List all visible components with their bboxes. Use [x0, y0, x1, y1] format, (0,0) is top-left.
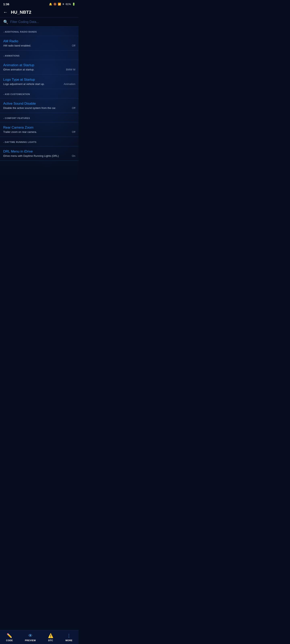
setting-item-active-sound[interactable]: Active Sound Disable Disable the active … [0, 98, 79, 113]
setting-name-am-radio: AM Radio [3, 39, 75, 43]
setting-name-rear-camera: Rear Camera Zoom [3, 126, 75, 130]
back-button[interactable]: ← [3, 10, 8, 15]
content: - ADDITIONAL RADIO BANDS AM Radio AM rad… [0, 26, 79, 185]
status-icons: 🔔 🔕 📶 ✈ 61% 🔋 [49, 2, 75, 6]
setting-desc-am-radio: AM radio band enabled. [3, 44, 70, 47]
search-icon: 🔍 [3, 20, 8, 24]
setting-item-am-radio[interactable]: AM Radio AM radio band enabled. Off [0, 36, 79, 50]
section-header-text-drl: - DAYTIME RUNNING LIGHTS [3, 141, 37, 143]
setting-name-logo-type-startup: Logo Type at Startup [3, 78, 75, 82]
setting-row-animation-startup: iDrive animation at startup. BMW M [3, 68, 75, 71]
setting-value-am-radio: Off [72, 44, 75, 47]
setting-item-rear-camera[interactable]: Rear Camera Zoom Trailer zoom on rear ca… [0, 122, 79, 137]
section-header-text-comfort: - COMFORT FEATURES [3, 117, 30, 119]
battery-icon: 🔋 [72, 2, 75, 6]
setting-item-drl-menu[interactable]: DRL Menu in iDrive iDrive menu with Dayt… [0, 146, 79, 161]
page-title: HU_NBT2 [11, 10, 31, 15]
status-bar: 1:36 🔔 🔕 📶 ✈ 61% 🔋 [0, 0, 79, 7]
section-header-comfort: - COMFORT FEATURES [0, 113, 79, 122]
setting-name-animation-startup: Animation at Startup [3, 63, 75, 67]
alarm-icon: 🔔 [49, 2, 52, 6]
setting-desc-active-sound: Disable the active sound system from the… [3, 106, 70, 110]
header: ← HU_NBT2 [0, 7, 79, 18]
setting-row-am-radio: AM radio band enabled. Off [3, 44, 75, 47]
setting-desc-drl-menu: iDrive menu with Daytime Running Lights … [3, 154, 70, 158]
airplane-icon: ✈ [62, 2, 65, 6]
setting-row-drl-menu: iDrive menu with Daytime Running Lights … [3, 154, 75, 158]
setting-value-drl-menu: On [72, 154, 75, 158]
section-header-text: - ADDITIONAL RADIO BANDS [3, 30, 37, 33]
setting-value-animation-startup: BMW M [66, 68, 75, 71]
section-header-additional-radio-bands: - ADDITIONAL RADIO BANDS [0, 26, 79, 36]
status-time: 1:36 [3, 2, 9, 6]
setting-value-active-sound: Off [72, 106, 75, 110]
battery-percent: 61% [66, 2, 71, 6]
setting-desc-rear-camera: Trailer zoom on rear camera. [3, 130, 70, 134]
setting-name-active-sound: Active Sound Disable [3, 102, 75, 106]
search-container: 🔍 [0, 18, 79, 26]
setting-item-logo-type-startup[interactable]: Logo Type at Startup Logo adjustment at … [0, 74, 79, 89]
setting-row-rear-camera: Trailer zoom on rear camera. Off [3, 130, 75, 134]
setting-desc-logo-type-startup: Logo adjustment at vehicle start up. [3, 82, 62, 86]
section-header-drl: - DAYTIME RUNNING LIGHTS [0, 137, 79, 146]
section-header-asd: - ASD CUSTOMIZATION [0, 89, 79, 98]
setting-name-drl-menu: DRL Menu in iDrive [3, 150, 75, 154]
setting-value-rear-camera: Off [72, 130, 75, 134]
mute-icon: 🔕 [53, 2, 57, 6]
setting-desc-animation-startup: iDrive animation at startup. [3, 68, 65, 71]
setting-row-active-sound: Disable the active sound system from the… [3, 106, 75, 110]
section-header-animations: - ANIMATIONS [0, 50, 79, 60]
setting-row-logo-type-startup: Logo adjustment at vehicle start up. Ani… [3, 82, 75, 86]
setting-item-animation-startup[interactable]: Animation at Startup iDrive animation at… [0, 60, 79, 74]
setting-value-logo-type-startup: Animation [64, 82, 75, 86]
search-input[interactable] [10, 20, 75, 24]
section-header-text-animations: - ANIMATIONS [3, 54, 20, 57]
wifi-icon: 📶 [58, 2, 61, 6]
section-header-text-asd: - ASD CUSTOMIZATION [3, 93, 30, 96]
